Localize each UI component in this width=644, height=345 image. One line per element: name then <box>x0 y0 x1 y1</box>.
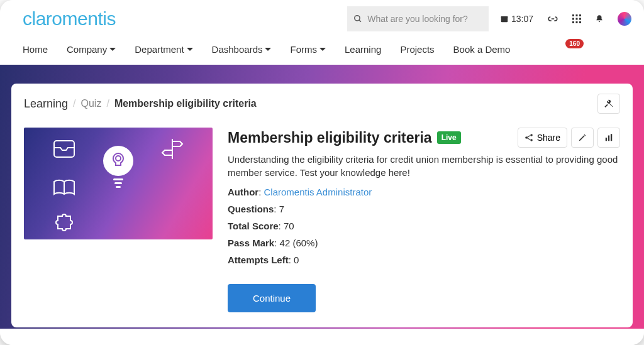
nav-label: Projects <box>400 44 434 55</box>
notification-badge[interactable]: 160 <box>565 39 584 48</box>
total-score-value: 70 <box>284 221 294 231</box>
inbox-icon <box>53 140 75 158</box>
quiz-description: Understanding the eligibility criteria f… <box>228 153 620 179</box>
stats-button[interactable] <box>597 128 620 148</box>
continue-button[interactable]: Continue <box>228 284 316 312</box>
nav-learning[interactable]: Learning <box>345 44 381 55</box>
svg-rect-12 <box>579 21 581 23</box>
breadcrumb-root[interactable]: Learning <box>24 97 68 111</box>
calendar-icon <box>500 14 509 23</box>
author-link[interactable]: Claromentis Administrator <box>264 187 372 197</box>
search-input[interactable] <box>367 14 482 24</box>
pass-mark-value: 42 (60%) <box>280 238 318 248</box>
search-box[interactable] <box>347 6 489 31</box>
bell-icon[interactable] <box>595 14 604 24</box>
svg-rect-4 <box>572 14 574 16</box>
signpost-icon <box>161 138 184 160</box>
pass-mark-label: Pass Mark <box>228 238 274 248</box>
search-icon <box>353 14 362 24</box>
attempts-label: Attempts Left <box>228 255 289 265</box>
nav-label: Forms <box>290 44 317 55</box>
main-nav: Home Company Department Dashboards Forms… <box>0 38 644 65</box>
avatar[interactable] <box>618 12 631 26</box>
svg-rect-11 <box>576 21 578 23</box>
share-label: Share <box>537 133 560 143</box>
quiz-thumbnail <box>24 128 213 239</box>
svg-rect-16 <box>113 178 123 180</box>
chevron-down-icon <box>319 47 326 53</box>
nav-home[interactable]: Home <box>23 44 48 55</box>
attempts-value: 0 <box>294 255 299 265</box>
share-button[interactable]: Share <box>518 128 567 148</box>
time-text: 13:07 <box>511 14 533 24</box>
lightbulb-icon <box>101 145 136 192</box>
apps-icon[interactable] <box>572 14 581 23</box>
clock-widget[interactable]: 13:07 <box>500 14 533 24</box>
svg-rect-25 <box>606 138 607 141</box>
nav-label: Company <box>67 44 107 55</box>
share-icon <box>525 133 533 142</box>
svg-rect-8 <box>576 18 578 20</box>
nav-department[interactable]: Department <box>135 44 192 55</box>
bar-chart-icon <box>604 133 613 142</box>
svg-rect-9 <box>579 18 581 20</box>
svg-rect-3 <box>501 16 508 18</box>
tools-icon <box>604 99 614 109</box>
svg-rect-5 <box>576 14 578 16</box>
nav-book-demo[interactable]: Book a Demo <box>453 44 511 55</box>
svg-rect-7 <box>572 18 574 20</box>
edit-button[interactable] <box>571 128 594 148</box>
breadcrumb-mid[interactable]: Quiz <box>81 98 102 109</box>
svg-rect-6 <box>579 14 581 16</box>
nav-forms[interactable]: Forms <box>290 44 326 55</box>
svg-rect-26 <box>608 136 609 141</box>
logo[interactable]: claromentis <box>23 8 116 30</box>
svg-line-23 <box>527 136 530 138</box>
svg-point-0 <box>355 16 360 21</box>
svg-point-22 <box>530 139 533 141</box>
author-label: Author <box>228 187 258 197</box>
svg-rect-27 <box>611 134 612 141</box>
nav-label: Learning <box>345 44 381 55</box>
chevron-down-icon <box>187 47 193 53</box>
settings-button[interactable] <box>597 94 620 114</box>
book-icon <box>53 179 75 197</box>
nav-label: Dashboards <box>212 44 263 55</box>
total-score-label: Total Score <box>228 221 279 231</box>
svg-rect-18 <box>116 186 121 188</box>
svg-rect-17 <box>114 182 122 184</box>
nav-projects[interactable]: Projects <box>400 44 434 55</box>
svg-line-1 <box>359 20 361 22</box>
svg-rect-10 <box>572 21 574 23</box>
nav-label: Home <box>23 44 48 55</box>
questions-value: 7 <box>279 204 284 214</box>
breadcrumb-current: Membership eligibility criteria <box>114 98 257 109</box>
status-badge: Live <box>437 131 461 144</box>
breadcrumb: Learning / Quiz / Membership eligibility… <box>24 97 257 111</box>
svg-line-24 <box>527 138 530 140</box>
page-title: Membership eligibility criteria <box>228 129 432 146</box>
link-icon[interactable] <box>547 14 558 23</box>
chevron-down-icon <box>109 47 116 53</box>
nav-label: Department <box>135 44 184 55</box>
nav-label: Book a Demo <box>453 44 511 55</box>
chevron-down-icon <box>265 47 271 53</box>
questions-label: Questions <box>228 204 274 214</box>
nav-dashboards[interactable]: Dashboards <box>212 44 272 55</box>
nav-company[interactable]: Company <box>67 44 116 55</box>
svg-rect-13 <box>54 141 74 157</box>
puzzle-icon <box>53 211 75 234</box>
svg-point-21 <box>530 134 533 136</box>
pencil-icon <box>578 133 587 142</box>
